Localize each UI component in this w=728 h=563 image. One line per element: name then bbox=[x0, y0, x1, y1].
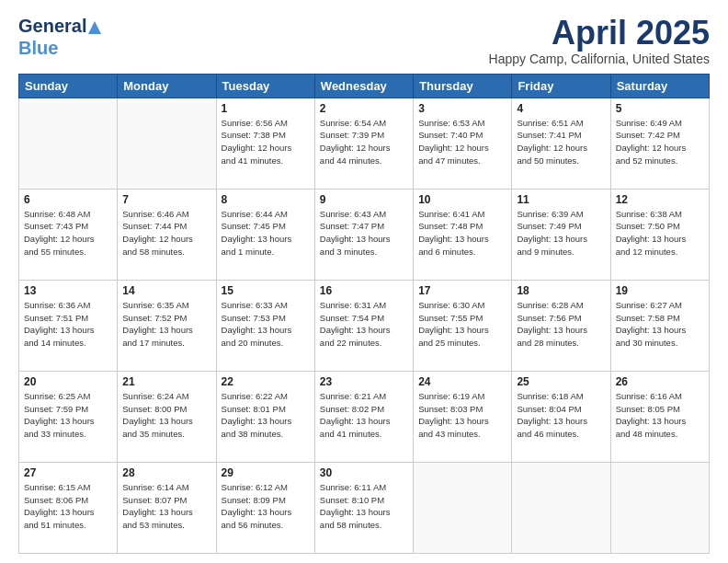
day-info: Sunrise: 6:38 AM Sunset: 7:50 PM Dayligh… bbox=[616, 208, 704, 259]
day-info: Sunrise: 6:36 AM Sunset: 7:51 PM Dayligh… bbox=[24, 299, 112, 350]
day-number: 29 bbox=[222, 466, 310, 479]
day-info: Sunrise: 6:43 AM Sunset: 7:47 PM Dayligh… bbox=[320, 208, 408, 259]
day-info: Sunrise: 6:56 AM Sunset: 7:38 PM Dayligh… bbox=[222, 117, 310, 167]
day-number: 22 bbox=[222, 375, 310, 388]
calendar-cell: 23Sunrise: 6:21 AM Sunset: 8:02 PM Dayli… bbox=[314, 371, 413, 462]
calendar-cell: 12Sunrise: 6:38 AM Sunset: 7:50 PM Dayli… bbox=[610, 189, 709, 280]
day-number: 15 bbox=[222, 284, 310, 297]
day-number: 17 bbox=[418, 284, 506, 297]
day-number: 11 bbox=[517, 193, 605, 206]
day-number: 12 bbox=[616, 193, 704, 206]
calendar-cell: 8Sunrise: 6:44 AM Sunset: 7:45 PM Daylig… bbox=[216, 189, 314, 280]
day-number: 19 bbox=[616, 284, 704, 297]
day-info: Sunrise: 6:12 AM Sunset: 8:09 PM Dayligh… bbox=[222, 481, 310, 532]
logo-triangle-icon bbox=[88, 21, 101, 34]
day-info: Sunrise: 6:11 AM Sunset: 8:10 PM Dayligh… bbox=[320, 481, 408, 532]
calendar-cell: 15Sunrise: 6:33 AM Sunset: 7:53 PM Dayli… bbox=[216, 280, 314, 371]
logo: General Blue bbox=[18, 15, 101, 59]
day-info: Sunrise: 6:44 AM Sunset: 7:45 PM Dayligh… bbox=[222, 208, 310, 259]
day-info: Sunrise: 6:28 AM Sunset: 7:56 PM Dayligh… bbox=[517, 299, 605, 350]
calendar-cell: 22Sunrise: 6:22 AM Sunset: 8:01 PM Dayli… bbox=[216, 371, 314, 462]
day-info: Sunrise: 6:24 AM Sunset: 8:00 PM Dayligh… bbox=[122, 390, 210, 441]
calendar-cell: 5Sunrise: 6:49 AM Sunset: 7:42 PM Daylig… bbox=[610, 98, 709, 189]
col-saturday: Saturday bbox=[610, 74, 709, 98]
day-info: Sunrise: 6:54 AM Sunset: 7:39 PM Dayligh… bbox=[320, 117, 408, 167]
calendar-cell: 27Sunrise: 6:15 AM Sunset: 8:06 PM Dayli… bbox=[19, 462, 118, 553]
calendar-cell: 2Sunrise: 6:54 AM Sunset: 7:39 PM Daylig… bbox=[314, 98, 413, 189]
calendar-cell: 7Sunrise: 6:46 AM Sunset: 7:44 PM Daylig… bbox=[118, 189, 216, 280]
col-thursday: Thursday bbox=[414, 74, 512, 98]
day-number: 7 bbox=[122, 193, 210, 206]
calendar-cell: 9Sunrise: 6:43 AM Sunset: 7:47 PM Daylig… bbox=[314, 189, 413, 280]
day-number: 13 bbox=[24, 284, 112, 297]
day-info: Sunrise: 6:16 AM Sunset: 8:05 PM Dayligh… bbox=[616, 390, 704, 441]
day-number: 26 bbox=[616, 375, 704, 388]
day-info: Sunrise: 6:48 AM Sunset: 7:43 PM Dayligh… bbox=[24, 208, 112, 259]
day-number: 4 bbox=[517, 102, 605, 115]
day-number: 1 bbox=[222, 102, 310, 115]
day-info: Sunrise: 6:25 AM Sunset: 7:59 PM Dayligh… bbox=[24, 390, 112, 441]
day-number: 8 bbox=[222, 193, 310, 206]
col-wednesday: Wednesday bbox=[314, 74, 413, 98]
logo-line1: General bbox=[18, 15, 101, 37]
day-number: 21 bbox=[122, 375, 210, 388]
day-info: Sunrise: 6:30 AM Sunset: 7:55 PM Dayligh… bbox=[418, 299, 506, 350]
calendar-cell: 1Sunrise: 6:56 AM Sunset: 7:38 PM Daylig… bbox=[216, 98, 314, 189]
header: General Blue April 2025 Happy Camp, Cali… bbox=[18, 15, 710, 66]
title-area: April 2025 Happy Camp, California, Unite… bbox=[489, 15, 710, 66]
calendar-table: Sunday Monday Tuesday Wednesday Thursday… bbox=[18, 74, 710, 554]
day-info: Sunrise: 6:41 AM Sunset: 7:48 PM Dayligh… bbox=[418, 208, 506, 259]
location: Happy Camp, California, United States bbox=[489, 52, 710, 66]
day-info: Sunrise: 6:31 AM Sunset: 7:54 PM Dayligh… bbox=[320, 299, 408, 350]
calendar-cell: 4Sunrise: 6:51 AM Sunset: 7:41 PM Daylig… bbox=[512, 98, 610, 189]
day-number: 23 bbox=[320, 375, 408, 388]
calendar-cell: 10Sunrise: 6:41 AM Sunset: 7:48 PM Dayli… bbox=[414, 189, 512, 280]
calendar-cell: 25Sunrise: 6:18 AM Sunset: 8:04 PM Dayli… bbox=[512, 371, 610, 462]
calendar-week-row: 20Sunrise: 6:25 AM Sunset: 7:59 PM Dayli… bbox=[19, 371, 710, 462]
day-number: 3 bbox=[418, 102, 506, 115]
day-number: 24 bbox=[418, 375, 506, 388]
calendar-cell bbox=[118, 98, 216, 189]
calendar-week-row: 13Sunrise: 6:36 AM Sunset: 7:51 PM Dayli… bbox=[19, 280, 710, 371]
calendar-cell: 13Sunrise: 6:36 AM Sunset: 7:51 PM Dayli… bbox=[19, 280, 118, 371]
calendar-header-row: Sunday Monday Tuesday Wednesday Thursday… bbox=[19, 74, 710, 98]
day-number: 16 bbox=[320, 284, 408, 297]
col-tuesday: Tuesday bbox=[216, 74, 314, 98]
day-info: Sunrise: 6:53 AM Sunset: 7:40 PM Dayligh… bbox=[418, 117, 506, 167]
calendar-week-row: 6Sunrise: 6:48 AM Sunset: 7:43 PM Daylig… bbox=[19, 189, 710, 280]
calendar-cell: 6Sunrise: 6:48 AM Sunset: 7:43 PM Daylig… bbox=[19, 189, 118, 280]
day-info: Sunrise: 6:49 AM Sunset: 7:42 PM Dayligh… bbox=[616, 117, 704, 167]
day-info: Sunrise: 6:33 AM Sunset: 7:53 PM Dayligh… bbox=[222, 299, 310, 350]
day-info: Sunrise: 6:27 AM Sunset: 7:58 PM Dayligh… bbox=[616, 299, 704, 350]
calendar-cell: 18Sunrise: 6:28 AM Sunset: 7:56 PM Dayli… bbox=[512, 280, 610, 371]
day-info: Sunrise: 6:51 AM Sunset: 7:41 PM Dayligh… bbox=[517, 117, 605, 167]
day-number: 25 bbox=[517, 375, 605, 388]
day-number: 18 bbox=[517, 284, 605, 297]
day-number: 2 bbox=[320, 102, 408, 115]
calendar-cell: 24Sunrise: 6:19 AM Sunset: 8:03 PM Dayli… bbox=[414, 371, 512, 462]
svg-marker-0 bbox=[88, 21, 101, 34]
day-number: 10 bbox=[418, 193, 506, 206]
col-friday: Friday bbox=[512, 74, 610, 98]
day-info: Sunrise: 6:18 AM Sunset: 8:04 PM Dayligh… bbox=[517, 390, 605, 441]
calendar-cell: 16Sunrise: 6:31 AM Sunset: 7:54 PM Dayli… bbox=[314, 280, 413, 371]
day-info: Sunrise: 6:14 AM Sunset: 8:07 PM Dayligh… bbox=[122, 481, 210, 532]
day-number: 28 bbox=[122, 466, 210, 479]
day-info: Sunrise: 6:21 AM Sunset: 8:02 PM Dayligh… bbox=[320, 390, 408, 441]
calendar-cell bbox=[512, 462, 610, 553]
day-number: 5 bbox=[616, 102, 704, 115]
calendar-cell: 28Sunrise: 6:14 AM Sunset: 8:07 PM Dayli… bbox=[118, 462, 216, 553]
day-number: 30 bbox=[320, 466, 408, 479]
calendar-cell: 20Sunrise: 6:25 AM Sunset: 7:59 PM Dayli… bbox=[19, 371, 118, 462]
calendar-cell bbox=[19, 98, 118, 189]
calendar-cell: 11Sunrise: 6:39 AM Sunset: 7:49 PM Dayli… bbox=[512, 189, 610, 280]
day-number: 9 bbox=[320, 193, 408, 206]
calendar-cell: 26Sunrise: 6:16 AM Sunset: 8:05 PM Dayli… bbox=[610, 371, 709, 462]
page: General Blue April 2025 Happy Camp, Cali… bbox=[0, 0, 728, 563]
day-info: Sunrise: 6:22 AM Sunset: 8:01 PM Dayligh… bbox=[222, 390, 310, 441]
calendar-cell: 19Sunrise: 6:27 AM Sunset: 7:58 PM Dayli… bbox=[610, 280, 709, 371]
calendar-cell: 30Sunrise: 6:11 AM Sunset: 8:10 PM Dayli… bbox=[314, 462, 413, 553]
calendar-cell: 17Sunrise: 6:30 AM Sunset: 7:55 PM Dayli… bbox=[414, 280, 512, 371]
day-info: Sunrise: 6:46 AM Sunset: 7:44 PM Dayligh… bbox=[122, 208, 210, 259]
logo-general: General bbox=[18, 16, 86, 36]
